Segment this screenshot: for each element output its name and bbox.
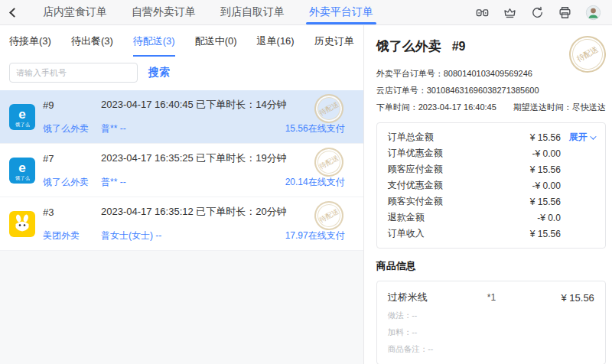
eleme-logo-icon: e 饿了么 [9,158,35,184]
amount-label: 退款金额 [388,211,537,224]
cloud-order-number: 云店订单号：301084631696038271385600 [376,85,606,96]
order-platform: 美团外卖 [43,229,101,242]
order-payment: 15.56在线支付 [285,122,345,135]
order-customer: 普** -- [101,176,126,189]
chevron-left-icon [9,8,19,18]
amount-value: -¥ 0.0 [537,213,561,223]
amount-value: ¥ 15.56 [530,197,561,207]
order-payment: 17.97在线支付 [285,229,345,242]
order-time: 下单时间：2023-04-17 16:40:45 [376,102,496,112]
refresh-icon[interactable] [530,5,545,20]
amount-row-order-discount: 订单优惠金额 -¥ 0.00 [388,145,594,161]
amount-value: -¥ 0.00 [532,148,560,159]
order-summary: #3 2023-04-17 16:35:12 已下单时长：20分钟 美团外卖 普… [43,205,345,242]
amount-row-customer-paid: 顾客实付金额 ¥ 15.56 [388,193,594,210]
list-empty-area [0,251,363,364]
eleme-logo-letter: e [18,108,25,121]
subtab-history[interactable]: 历史订单 [314,34,354,57]
binoculars-icon[interactable] [475,5,490,20]
eleme-logo-icon: e 饿了么 [9,104,35,130]
amount-value: -¥ 0.00 [532,180,560,191]
amount-label: 订单优惠金额 [388,147,532,160]
item-row: 过桥米线 *1 ¥ 15.56 [388,291,594,304]
order-platform: 饿了么外卖 [43,122,101,135]
order-summary: #9 2023-04-17 16:40:45 已下单时长：14分钟 饿了么外卖 … [43,98,345,135]
tab-pickup-orders[interactable]: 到店自取订单 [208,0,297,24]
order-list-panel: 待接单(3) 待出餐(3) 待配送(3) 配送中(0) 退单(16) 历史订单 … [0,25,364,364]
subtab-delivering[interactable]: 配送中(0) [195,34,237,57]
order-times: 下单时间：2023-04-17 16:40:45期望送达时间：尽快送达 [376,102,606,113]
platform-order-number: 外卖平台订单号：8080140103409569246 [376,68,606,80]
amount-label: 顾客应付金额 [388,163,530,176]
tab-dine-in-orders[interactable]: 店内堂食订单 [31,0,119,24]
detail-order-id: #9 [452,40,466,54]
amount-value: ¥ 15.56 [530,229,561,239]
goods-items-box: 过桥米线 *1 ¥ 15.56 做法：-- 加料：-- 商品备注：-- [376,281,606,364]
order-time: 2023-04-17 16:35:12 已下单时长：20分钟 [101,205,287,219]
subtab-refunds[interactable]: 退单(16) [257,34,295,57]
amount-value: ¥ 15.56 [530,132,561,143]
amount-row-customer-payable: 顾客应付金额 ¥ 15.56 [388,161,594,177]
amount-label: 订单收入 [388,227,530,240]
amount-value: ¥ 15.56 [530,164,561,175]
order-time: 2023-04-17 16:40:45 已下单时长：14分钟 [101,98,287,112]
printer-icon[interactable] [558,5,572,20]
top-nav-bar: 店内堂食订单 自营外卖订单 到店自取订单 外卖平台订单 [0,0,612,25]
expected-delivery-time: 期望送达时间：尽快送达 [513,102,606,112]
order-management-app: 店内堂食订单 自营外卖订单 到店自取订单 外卖平台订单 [0,0,612,364]
order-time: 2023-04-17 16:35:25 已下单时长：19分钟 [101,151,287,165]
search-button[interactable]: 搜索 [148,66,170,80]
subtab-pending-prepare[interactable]: 待出餐(3) [71,34,113,57]
phone-search-input[interactable] [9,63,138,83]
order-id: #7 [43,153,101,164]
order-row-3[interactable]: #3 2023-04-17 16:35:12 已下单时长：20分钟 美团外卖 普… [0,197,363,251]
amount-label: 支付优惠金额 [388,179,532,192]
expand-link[interactable]: 展开 [569,132,594,142]
order-payment: 20.14在线支付 [285,176,345,189]
main-content: 待接单(3) 待出餐(3) 待配送(3) 配送中(0) 退单(16) 历史订单 … [0,25,612,364]
order-row-9[interactable]: e 饿了么 #9 2023-04-17 16:40:45 已下单时长：14分钟 … [0,90,363,144]
chevron-down-icon [590,133,596,139]
order-id: #9 [43,99,101,111]
avatar[interactable] [585,5,601,21]
amount-label: 顾客实付金额 [388,195,530,208]
order-customer: 普女士(女士) -- [101,229,161,242]
eleme-logo-text: 饿了么 [15,175,30,180]
item-prop-remark: 商品备注：-- [388,344,594,355]
search-row: 搜索 [0,57,363,90]
order-list: e 饿了么 #9 2023-04-17 16:40:45 已下单时长：14分钟 … [0,90,363,251]
crown-icon[interactable] [503,5,517,20]
amount-row-refund: 退款金额 -¥ 0.0 [388,210,594,226]
item-name: 过桥米线 [388,291,487,304]
back-button[interactable] [11,0,24,24]
amounts-box: 订单总金额 ¥ 15.56 展开 订单优惠金额 -¥ 0.00 顾客应付金额 ¥… [376,122,606,249]
order-row-7[interactable]: e 饿了么 #7 2023-04-17 16:35:25 已下单时长：19分钟 … [0,144,363,197]
amount-row-payment-discount: 支付优惠金额 -¥ 0.00 [388,177,594,193]
tab-platform-delivery-orders[interactable]: 外卖平台订单 [297,0,386,24]
status-subtabs: 待接单(3) 待出餐(3) 待配送(3) 配送中(0) 退单(16) 历史订单 [0,25,363,57]
subtab-pending-delivery[interactable]: 待配送(3) [133,34,175,57]
amount-row-total: 订单总金额 ¥ 15.56 展开 [388,129,594,145]
amount-row-income: 订单收入 ¥ 15.56 [388,226,594,242]
order-detail-panel: 待配送 饿了么外卖 #9 外卖平台订单号：8080140103409569246… [364,25,612,364]
item-price: ¥ 15.56 [541,292,594,304]
topbar-actions [475,5,601,21]
top-tabs: 店内堂食订单 自营外卖订单 到店自取订单 外卖平台订单 [31,0,386,24]
eleme-logo-letter: e [18,161,25,174]
order-summary: #7 2023-04-17 16:35:25 已下单时长：19分钟 饿了么外卖 … [43,151,345,189]
subtab-pending-accept[interactable]: 待接单(3) [9,34,51,57]
eleme-logo-text: 饿了么 [15,122,30,126]
detail-platform-title: 饿了么外卖 [376,37,441,55]
tab-self-delivery-orders[interactable]: 自营外卖订单 [119,0,208,24]
item-quantity: *1 [487,292,541,303]
order-meta: 外卖平台订单号：8080140103409569246 云店订单号：301084… [376,63,606,113]
amount-label: 订单总金额 [388,131,530,144]
order-id: #3 [43,206,101,218]
item-prop-addons: 加料：-- [388,327,594,338]
item-prop-method: 做法：-- [388,310,594,321]
order-customer: 普** -- [101,122,126,135]
order-platform: 饿了么外卖 [43,176,101,189]
goods-section-title: 商品信息 [376,259,606,273]
meituan-logo-icon [9,211,35,237]
